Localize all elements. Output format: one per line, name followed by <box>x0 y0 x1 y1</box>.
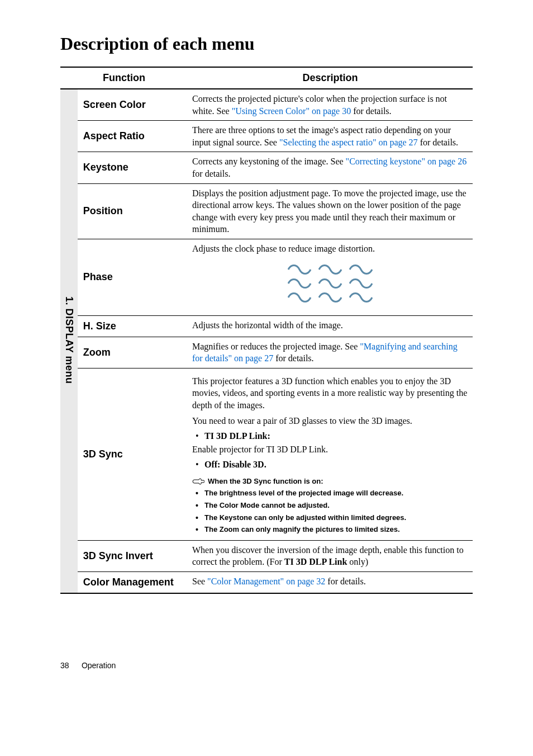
table-row: 3D Sync Invert When you discover the inv… <box>60 540 473 571</box>
desc-screen-color: Corrects the projected picture's color w… <box>188 89 473 121</box>
func-zoom: Zoom <box>78 337 188 368</box>
page-title: Description of each menu <box>60 34 473 54</box>
table-row: H. Size Adjusts the horizontal width of … <box>60 315 473 337</box>
desc-keystone: Corrects any keystoning of the image. Se… <box>188 152 473 183</box>
table-row: Position Displays the position adjustmen… <box>60 183 473 239</box>
func-h-size: H. Size <box>78 315 188 337</box>
note-item: The brightness level of the projected im… <box>192 488 468 498</box>
pointing-hand-icon <box>192 478 204 485</box>
func-keystone: Keystone <box>78 152 188 183</box>
desc-aspect-ratio: There are three options to set the image… <box>188 121 473 152</box>
table-row: 1. DISPLAY menu Screen Color Corrects th… <box>60 89 473 121</box>
table-row: 3D Sync This projector features a 3D fun… <box>60 368 473 540</box>
func-aspect-ratio: Aspect Ratio <box>78 121 188 152</box>
side-tab-label: 1. DISPLAY menu <box>63 296 75 384</box>
desc-phase: Adjusts the clock phase to reduce image … <box>188 239 473 315</box>
func-phase: Phase <box>78 239 188 315</box>
desc-color-management: See "Color Management" on page 32 for de… <box>188 571 473 593</box>
table-row: Zoom Magnifies or reduces the projected … <box>60 337 473 368</box>
header-description: Description <box>188 67 473 89</box>
page-footer: 38 Operation <box>60 661 473 670</box>
header-function: Function <box>60 67 188 89</box>
link-aspect-ratio[interactable]: "Selecting the aspect ratio" on page 27 <box>279 138 418 147</box>
page-number: 38 <box>60 661 79 670</box>
func-3d-sync-invert: 3D Sync Invert <box>78 540 188 571</box>
link-keystone[interactable]: "Correcting keystone" on page 26 <box>346 157 467 166</box>
side-tab-display-menu: 1. DISPLAY menu <box>60 89 78 593</box>
desc-h-size: Adjusts the horizontal width of the imag… <box>188 315 473 337</box>
table-row: Phase Adjusts the clock phase to reduce … <box>60 239 473 315</box>
note-item: The Color Mode cannot be adjusted. <box>192 500 468 511</box>
func-color-management: Color Management <box>78 571 188 593</box>
func-screen-color: Screen Color <box>78 89 188 121</box>
desc-3d-sync-invert: When you discover the inversion of the i… <box>188 540 473 571</box>
section-label: Operation <box>82 661 116 670</box>
phase-distortion-icon <box>285 258 375 309</box>
table-row: Keystone Corrects any keystoning of the … <box>60 152 473 183</box>
menu-description-table: Function Description 1. DISPLAY menu Scr… <box>60 67 473 594</box>
link-screen-color[interactable]: "Using Screen Color" on page 30 <box>232 106 351 116</box>
note-item: The Zoom can only magnify the pictures t… <box>192 525 468 535</box>
table-row: Aspect Ratio There are three options to … <box>60 121 473 152</box>
desc-position: Displays the position adjustment page. T… <box>188 183 473 239</box>
note-item: The Keystone can only be adjusted within… <box>192 513 468 523</box>
link-color-management[interactable]: "Color Management" on page 32 <box>207 577 325 586</box>
func-position: Position <box>78 183 188 239</box>
func-3d-sync: 3D Sync <box>78 368 188 540</box>
desc-zoom: Magnifies or reduces the projected image… <box>188 337 473 368</box>
desc-3d-sync: This projector features a 3D function wh… <box>188 368 473 540</box>
table-row: Color Management See "Color Management" … <box>60 571 473 593</box>
